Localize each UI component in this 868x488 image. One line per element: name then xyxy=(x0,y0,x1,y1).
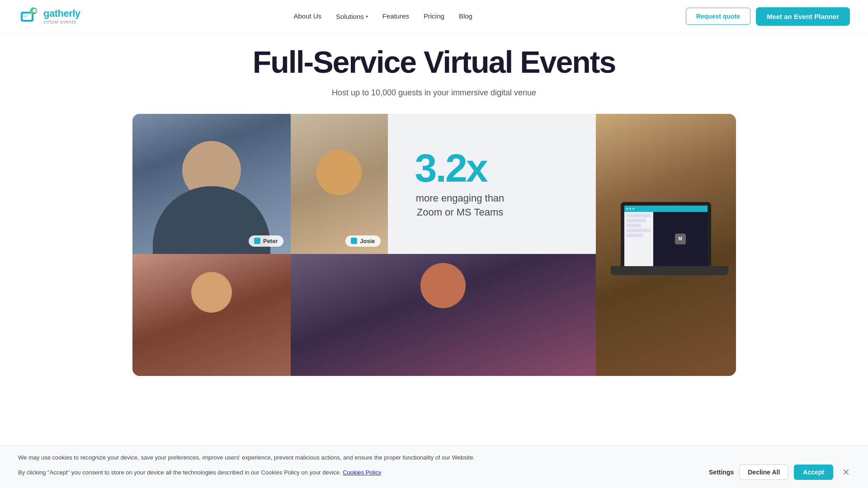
brand-tagline: virtual events xyxy=(43,19,80,24)
gallery-laptop: M xyxy=(596,114,736,376)
meet-planner-button[interactable]: Meet an Event Planner xyxy=(756,7,850,26)
logo[interactable]: 💬 gatherly virtual events xyxy=(18,5,80,27)
photo-woman-colorful xyxy=(291,254,596,376)
photo-peter xyxy=(132,114,291,254)
nav-pricing[interactable]: Pricing xyxy=(424,12,444,20)
logo-icon: 💬 xyxy=(18,5,40,27)
laptop-screen: M xyxy=(621,202,711,270)
chevron-down-icon: ▾ xyxy=(366,14,368,19)
svg-rect-4 xyxy=(23,14,29,15)
gallery-woman-colorful xyxy=(291,254,596,376)
gallery-stat-card: 3.2x more engaging than Zoom or MS Teams xyxy=(388,114,596,254)
hero-subtitle: Host up to 10,000 guests in your immersi… xyxy=(0,88,868,98)
microphone-icon-2 xyxy=(351,238,357,244)
hero-section: Full-Service Virtual Events Host up to 1… xyxy=(0,0,868,376)
name-badge-peter: Peter xyxy=(249,235,283,247)
nav-solutions[interactable]: Solutions ▾ xyxy=(336,13,368,20)
svg-text:💬: 💬 xyxy=(32,8,38,14)
gallery-josie: Josie xyxy=(291,114,388,254)
nav-features[interactable]: Features xyxy=(382,12,409,20)
laptop-avatar: M xyxy=(675,234,686,244)
hero-gallery: Peter Josie 3.2x more engaging than Zoom… xyxy=(132,114,736,376)
hero-title: Full-Service Virtual Events xyxy=(0,45,868,79)
photo-josie xyxy=(291,114,388,254)
photo-woman-dog xyxy=(132,254,291,376)
stat-description: more engaging than Zoom or MS Teams xyxy=(415,192,505,220)
peter-label: Peter xyxy=(263,238,278,244)
josie-label: Josie xyxy=(360,238,375,244)
request-quote-button[interactable]: Request quote xyxy=(686,8,750,25)
gallery-peter: Peter xyxy=(132,114,291,254)
microphone-icon xyxy=(254,238,260,244)
navbar: 💬 gatherly virtual events About Us Solut… xyxy=(0,0,868,33)
svg-rect-5 xyxy=(23,16,27,17)
laptop-app: M xyxy=(624,206,708,266)
name-badge-josie: Josie xyxy=(345,235,380,247)
nav-links: About Us Solutions ▾ Features Pricing Bl… xyxy=(293,12,472,20)
nav-blog[interactable]: Blog xyxy=(459,12,472,20)
brand-name: gatherly xyxy=(43,8,80,19)
stat-number: 3.2x xyxy=(415,148,487,188)
photo-laptop: M xyxy=(596,114,736,376)
gallery-woman-dog xyxy=(132,254,291,376)
nav-ctas: Request quote Meet an Event Planner xyxy=(686,7,850,26)
nav-about-us[interactable]: About Us xyxy=(293,12,321,20)
